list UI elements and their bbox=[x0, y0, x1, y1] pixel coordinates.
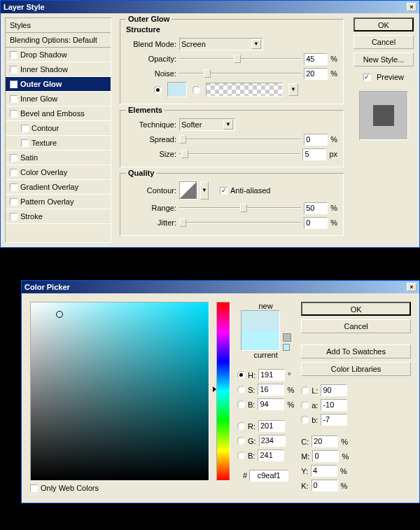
hue-slider[interactable] bbox=[216, 302, 230, 481]
jitter-slider[interactable] bbox=[179, 216, 301, 229]
c-input[interactable]: 20 bbox=[312, 435, 338, 447]
style-inner-glow[interactable]: Inner Glow bbox=[6, 92, 111, 106]
web-colors-checkbox[interactable] bbox=[30, 484, 38, 492]
cube-icon[interactable] bbox=[283, 333, 291, 342]
technique-select[interactable]: Softer▼ bbox=[179, 118, 235, 131]
checkbox[interactable] bbox=[10, 66, 18, 74]
checkbox[interactable] bbox=[21, 125, 29, 132]
style-outer-glow[interactable]: ✓Outer Glow bbox=[6, 77, 111, 92]
checkbox[interactable] bbox=[10, 169, 18, 176]
r-radio[interactable] bbox=[237, 422, 245, 430]
checkbox[interactable] bbox=[10, 51, 18, 59]
style-stroke[interactable]: Stroke bbox=[6, 209, 111, 224]
layer-style-titlebar[interactable]: Layer Style × bbox=[1, 1, 419, 13]
s-radio[interactable] bbox=[237, 386, 245, 393]
style-drop-shadow[interactable]: Drop Shadow bbox=[6, 48, 111, 62]
checkbox[interactable] bbox=[10, 213, 18, 221]
style-pattern-overlay[interactable]: Pattern Overlay bbox=[6, 195, 111, 209]
spread-input[interactable]: 0 bbox=[304, 134, 328, 146]
chevron-down-icon[interactable]: ▼ bbox=[223, 120, 233, 130]
bb-radio[interactable] bbox=[237, 452, 245, 459]
checkbox[interactable] bbox=[21, 139, 29, 147]
color-radio[interactable] bbox=[154, 86, 162, 94]
h-input[interactable]: 191 bbox=[258, 369, 285, 381]
contour-preview[interactable] bbox=[179, 181, 197, 200]
jitter-label: Jitter: bbox=[126, 218, 176, 227]
range-slider[interactable] bbox=[179, 202, 301, 214]
checkbox[interactable] bbox=[10, 95, 18, 103]
s-input[interactable]: 16 bbox=[258, 384, 284, 396]
checkbox[interactable] bbox=[10, 183, 18, 191]
b2-radio[interactable] bbox=[301, 416, 309, 424]
bb-input[interactable]: 241 bbox=[258, 449, 284, 461]
style-bevel-emboss[interactable]: Bevel and Emboss bbox=[6, 106, 111, 121]
b2-input[interactable]: -7 bbox=[321, 414, 347, 426]
gradient-radio[interactable] bbox=[192, 86, 200, 94]
close-icon[interactable]: × bbox=[407, 283, 416, 291]
glow-color-swatch[interactable] bbox=[167, 82, 187, 97]
size-input[interactable]: 5 bbox=[302, 148, 326, 160]
group-title: Outer Glow bbox=[126, 15, 172, 23]
size-slider[interactable] bbox=[179, 148, 300, 160]
l-input[interactable]: 90 bbox=[321, 384, 347, 396]
hex-input[interactable]: c9eaf1 bbox=[249, 470, 288, 482]
chevron-down-icon[interactable]: ▼ bbox=[251, 39, 261, 49]
style-satin[interactable]: Satin bbox=[6, 151, 111, 165]
new-current-swatch[interactable] bbox=[241, 310, 280, 351]
b-radio[interactable] bbox=[237, 400, 245, 408]
quality-group: Quality Contour: ▼ ✓ Anti-aliased Range:… bbox=[120, 173, 344, 236]
g-input[interactable]: 234 bbox=[259, 435, 286, 447]
style-contour[interactable]: Contour bbox=[6, 121, 111, 136]
dialog-buttons: OK Cancel New Style... ✓Preview bbox=[352, 18, 415, 243]
r-input[interactable]: 201 bbox=[258, 420, 285, 432]
elements-title: Elements bbox=[126, 106, 164, 114]
color-picker-titlebar[interactable]: Color Picker × bbox=[22, 281, 419, 293]
saturation-value-field[interactable] bbox=[30, 302, 209, 481]
antialiased-checkbox[interactable]: ✓ bbox=[220, 187, 227, 195]
checkbox[interactable] bbox=[10, 154, 18, 162]
opacity-input[interactable]: 45 bbox=[304, 53, 328, 65]
new-style-button[interactable]: New Style... bbox=[354, 53, 414, 67]
cancel-button[interactable]: Cancel bbox=[301, 319, 411, 333]
l-radio[interactable] bbox=[301, 386, 309, 394]
k-input[interactable]: 0 bbox=[312, 480, 338, 491]
color-picker-window: Color Picker × Only Web Colors new bbox=[21, 280, 420, 503]
b-input[interactable]: 94 bbox=[258, 398, 284, 410]
cancel-button[interactable]: Cancel bbox=[354, 35, 414, 49]
elements-group: Elements Technique: Softer▼ Spread: 0 % … bbox=[120, 110, 344, 167]
jitter-input[interactable]: 0 bbox=[304, 217, 328, 229]
chevron-down-icon[interactable]: ▼ bbox=[288, 83, 298, 96]
opacity-slider[interactable] bbox=[179, 53, 301, 65]
a-radio[interactable] bbox=[301, 401, 309, 409]
add-swatches-button[interactable]: Add To Swatches bbox=[301, 344, 411, 358]
color-libraries-button[interactable]: Color Libraries bbox=[301, 362, 411, 376]
h-radio[interactable] bbox=[237, 371, 245, 379]
y-input[interactable]: 4 bbox=[311, 465, 337, 477]
style-gradient-overlay[interactable]: Gradient Overlay bbox=[6, 180, 111, 195]
blending-options[interactable]: Blending Options: Default bbox=[6, 33, 111, 48]
g-radio[interactable] bbox=[237, 437, 245, 445]
checkbox[interactable] bbox=[10, 110, 18, 118]
m-input[interactable]: 0 bbox=[312, 450, 339, 462]
styles-header[interactable]: Styles bbox=[6, 18, 111, 33]
ok-button[interactable]: OK bbox=[301, 302, 411, 316]
chevron-down-icon[interactable]: ▼ bbox=[200, 181, 209, 200]
checkbox[interactable]: ✓ bbox=[10, 81, 18, 88]
checkbox[interactable] bbox=[10, 198, 18, 206]
noise-label: Noise: bbox=[126, 69, 176, 78]
spread-label: Spread: bbox=[126, 135, 176, 144]
ok-button[interactable]: OK bbox=[354, 18, 414, 32]
glow-gradient[interactable] bbox=[206, 83, 283, 97]
style-texture[interactable]: Texture bbox=[6, 136, 111, 151]
blendmode-select[interactable]: Screen▼ bbox=[179, 38, 263, 50]
style-color-overlay[interactable]: Color Overlay bbox=[6, 165, 111, 180]
websafe-swatch[interactable] bbox=[283, 344, 290, 351]
range-input[interactable]: 50 bbox=[304, 202, 328, 214]
close-icon[interactable]: × bbox=[407, 3, 416, 11]
noise-input[interactable]: 20 bbox=[304, 68, 328, 80]
preview-checkbox[interactable]: ✓ bbox=[363, 74, 371, 81]
spread-slider[interactable] bbox=[179, 133, 301, 146]
style-inner-shadow[interactable]: Inner Shadow bbox=[6, 62, 111, 77]
noise-slider[interactable] bbox=[179, 67, 301, 80]
a-input[interactable]: -10 bbox=[321, 399, 347, 411]
